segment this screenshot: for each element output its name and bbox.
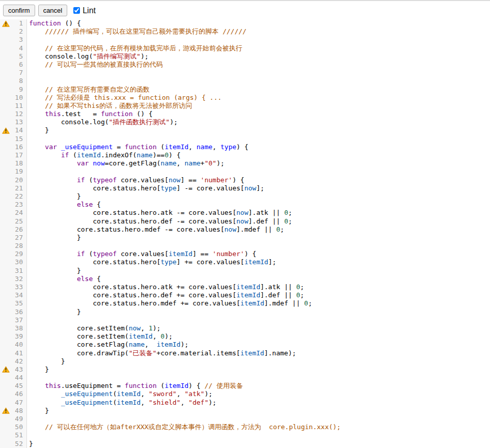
code-token: type (160, 184, 176, 192)
code-line[interactable]: 16 var _useEquipment = function (itemId,… (0, 143, 490, 151)
code-line[interactable]: 37 (0, 316, 490, 324)
code-line[interactable]: 40 core.setFlag(name, itemId); (0, 341, 490, 349)
indent (29, 407, 45, 414)
code-line[interactable]: 7 (0, 69, 490, 77)
line-number: 27 (12, 234, 26, 242)
code-line[interactable]: 38 core.setItem(now, 1); (0, 324, 490, 332)
lint-gutter-cell (0, 415, 12, 423)
code-line[interactable]: 43 } (0, 366, 490, 374)
code-line[interactable]: 28 (0, 242, 490, 250)
code-line[interactable]: 10 // 写法必须是 this.xxx = function (args) {… (0, 94, 490, 102)
code-line[interactable]: 1function () { (0, 19, 490, 27)
code-line[interactable]: 4 // 在这里写的代码，在所有模块加载完毕后，游戏开始前会被执行 (0, 44, 490, 52)
cancel-button[interactable]: cancel (38, 5, 68, 16)
code-line-text: } (26, 126, 49, 134)
code-line-text: console.log("插件函数执行测试"); (26, 118, 178, 126)
code-line[interactable]: 46 _useEquipment(itemId, "sword", "atk")… (0, 390, 490, 398)
code-line[interactable]: 21 core.status.hero[type] -= core.values… (0, 184, 490, 192)
code-line[interactable]: 19 (0, 167, 490, 176)
code-editor[interactable]: 1function () {2 ////// 插件编写，可以在这里写自己额外需要… (0, 19, 490, 448)
code-line[interactable]: 13 console.log("插件函数执行测试"); (0, 118, 490, 126)
code-line[interactable]: 30 core.status.hero[type] += core.values… (0, 258, 490, 266)
code-token: ; (308, 299, 312, 307)
code-line[interactable]: 2 ////// 插件编写，可以在这里写自己额外需要执行的脚本 ////// (0, 27, 490, 36)
code-line[interactable]: 32 else { (0, 275, 490, 283)
code-line[interactable]: 12 this.test = function () { (0, 110, 490, 118)
code-line[interactable]: 39 core.setItem(itemId, 0); (0, 332, 490, 341)
code-line[interactable]: 14 } (0, 126, 490, 134)
code-line[interactable]: 5 console.log("插件编写测试"); (0, 52, 490, 61)
code-token: itemId (169, 250, 193, 258)
lint-warning-icon[interactable] (2, 366, 10, 373)
code-token: ( (85, 250, 93, 258)
lint-warning-icon[interactable] (2, 20, 10, 27)
code-line[interactable]: 47 _useEquipment(itemId, "shield", "def"… (0, 399, 490, 407)
code-line[interactable]: 3 (0, 36, 490, 44)
code-token: var (77, 159, 89, 167)
indent (29, 209, 93, 216)
indent (29, 308, 77, 316)
code-line[interactable]: 18 var now=core.getFlag(name, name+"0"); (0, 159, 490, 167)
lint-warning-icon[interactable] (2, 407, 10, 414)
lint-gutter-cell (0, 151, 12, 159)
code-line[interactable]: 15 (0, 135, 490, 143)
code-token: function (101, 110, 133, 118)
code-token: ); (208, 399, 216, 406)
code-token: itemId (117, 390, 141, 398)
code-token: core.status.hero.atk -= core.values[ (93, 209, 236, 216)
code-line[interactable]: 36 } (0, 308, 490, 316)
code-line[interactable]: 31 } (0, 267, 490, 275)
code-token: () { (133, 110, 153, 118)
code-token: 0 (284, 217, 288, 225)
code-line[interactable]: 8 (0, 77, 490, 85)
code-line-text: this.test = function () { (26, 110, 153, 118)
code-token: ].def || (248, 217, 284, 225)
code-line[interactable]: 52} (0, 440, 490, 448)
code-line[interactable]: 29 if (typeof core.values[itemId] == 'nu… (0, 250, 490, 258)
code-token: ].name); (264, 349, 296, 357)
line-number: 10 (12, 94, 26, 102)
code-token: ].atk || (260, 283, 296, 291)
code-token: // 如果不写this的话，函数将无法被外部所访问 (45, 102, 192, 109)
lint-gutter-cell (0, 126, 12, 134)
code-line[interactable]: 49 (0, 415, 490, 423)
code-line[interactable]: 6 // 可以写一些其他的被直接执行的代码 (0, 61, 490, 69)
indent (29, 250, 77, 258)
code-line[interactable]: 27 } (0, 234, 490, 242)
line-number: 9 (12, 86, 26, 94)
code-token: itemId (117, 399, 141, 406)
code-line[interactable]: 42 } (0, 357, 490, 366)
line-number: 1 (12, 19, 26, 27)
code-line[interactable]: 33 core.status.hero.atk += core.values[i… (0, 283, 490, 291)
code-line[interactable]: 17 if (itemId.indexOf(name)==0) { (0, 151, 490, 159)
code-line[interactable]: 20 if (typeof core.values[now] == 'numbe… (0, 176, 490, 184)
code-line[interactable]: 23 else { (0, 201, 490, 209)
code-line[interactable]: 22 } (0, 192, 490, 201)
code-token: core.values[ (117, 176, 169, 184)
code-line[interactable]: 24 core.status.hero.atk -= core.values[n… (0, 209, 490, 217)
code-line[interactable]: 11 // 如果不写this的话，函数将无法被外部所访问 (0, 102, 490, 110)
code-line[interactable]: 48 } (0, 407, 490, 415)
code-line[interactable]: 35 core.status.hero.mdef += core.values[… (0, 299, 490, 307)
code-token: ) { (232, 176, 244, 184)
code-token: ); (153, 324, 161, 332)
code-token: "已装备" (129, 349, 157, 357)
code-line[interactable]: 45 this.useEquipment = function (itemId)… (0, 382, 490, 390)
lint-checkbox[interactable] (73, 7, 80, 14)
code-token: function (125, 143, 157, 151)
code-token: ] -= core.values[ (177, 184, 244, 192)
code-line[interactable]: 26 core.status.hero.mdef -= core.values[… (0, 226, 490, 234)
code-line[interactable]: 41 core.drawTip("已装备"+core.material.item… (0, 349, 490, 357)
code-token: now (236, 209, 248, 216)
confirm-button[interactable]: confirm (3, 5, 35, 16)
code-line[interactable]: 50 // 可以在任何地方（如afterXXX或自定义脚本事件）调用函数，方法为… (0, 423, 490, 431)
code-line[interactable]: 9 // 在这里写所有需要自定义的函数 (0, 86, 490, 94)
indent (29, 267, 77, 274)
lint-gutter-cell (0, 382, 12, 390)
lint-warning-icon[interactable] (2, 127, 10, 134)
code-line[interactable]: 44 (0, 374, 490, 382)
code-line[interactable]: 51 (0, 431, 490, 439)
code-line[interactable]: 25 core.status.hero.def -= core.values[n… (0, 217, 490, 226)
code-line[interactable]: 34 core.status.hero.def += core.values[i… (0, 291, 490, 299)
lint-gutter-cell (0, 242, 12, 250)
